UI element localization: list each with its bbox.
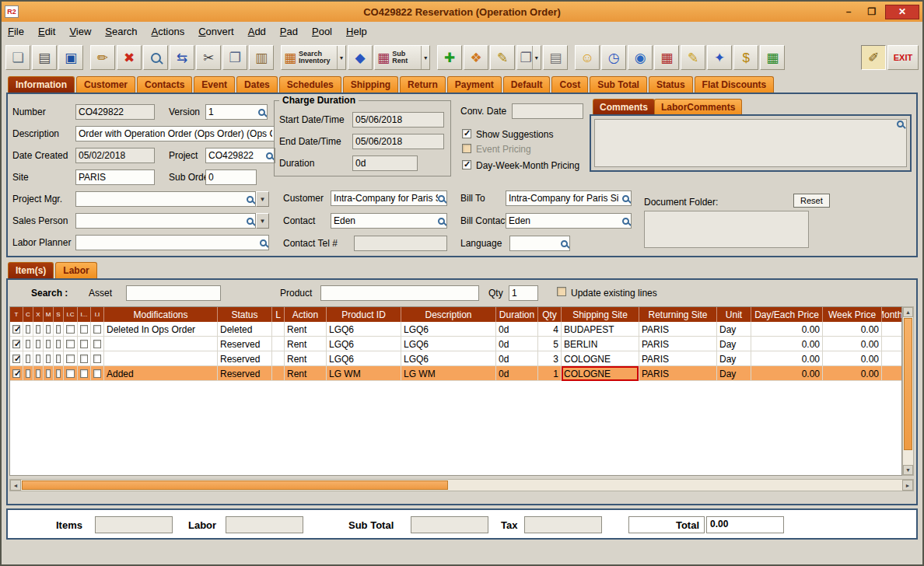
row-checkbox[interactable] xyxy=(46,325,51,334)
check-cell[interactable] xyxy=(91,366,104,381)
save-button[interactable]: ▣ xyxy=(58,45,83,70)
scroll-right-icon[interactable]: ► xyxy=(902,480,913,491)
paste-button[interactable]: ▥ xyxy=(249,45,274,70)
table-row-3[interactable]: ReservedRentLGQ6LGQ60d3COLOGNEPARISDay0.… xyxy=(10,351,901,366)
menu-file[interactable]: File xyxy=(8,26,24,37)
product-input[interactable] xyxy=(320,285,479,301)
memo-button[interactable]: ✎ xyxy=(490,45,515,70)
cell-week-price[interactable]: 0.00 xyxy=(823,366,882,381)
menu-actions[interactable]: Actions xyxy=(152,26,185,37)
check-cell[interactable] xyxy=(23,351,33,366)
col-header-description[interactable]: Description xyxy=(401,307,496,322)
col-header-week-price[interactable]: Week Price xyxy=(823,307,882,322)
horizontal-scrollbar[interactable]: ◄ ► xyxy=(9,479,914,491)
tab-labor-comments[interactable]: LaborComments xyxy=(654,99,742,114)
contact-search-icon[interactable] xyxy=(438,218,445,225)
comments-textarea[interactable] xyxy=(594,119,907,167)
col-header-action[interactable]: Action xyxy=(285,307,327,322)
reset-button[interactable]: Reset xyxy=(793,194,830,208)
row-checkbox[interactable] xyxy=(12,340,20,348)
cell-month-i[interactable] xyxy=(882,322,902,337)
cell-modifications[interactable]: Deleted In Ops Order xyxy=(104,322,218,337)
check-cell[interactable] xyxy=(64,337,78,351)
cell-returning-site[interactable]: PARIS xyxy=(639,337,717,351)
cell-action[interactable]: Rent xyxy=(285,366,327,381)
cell-shipping-site[interactable]: COLOGNE xyxy=(562,366,639,381)
col-header-returning-site[interactable]: Returning Site xyxy=(639,307,717,322)
cell-description[interactable]: LGQ6 xyxy=(401,337,496,351)
menu-search[interactable]: Search xyxy=(105,26,137,37)
number-field[interactable]: CO429822 xyxy=(75,104,155,120)
cell-qty[interactable]: 3 xyxy=(538,351,562,366)
check-cell[interactable] xyxy=(10,351,23,366)
col-header-i[interactable]: I... xyxy=(78,307,91,322)
vertical-scroll-thumb[interactable] xyxy=(904,318,912,450)
cell-action[interactable]: Rent xyxy=(285,322,327,337)
cell-day-each-price[interactable]: 0.00 xyxy=(751,337,823,351)
row-checkbox[interactable] xyxy=(56,340,61,348)
check-cell[interactable] xyxy=(64,322,78,337)
copy-button[interactable]: ❐ xyxy=(222,45,247,70)
col-header-month-i[interactable]: Month I xyxy=(882,307,902,322)
project-mgr-field[interactable] xyxy=(75,191,256,207)
row-checkbox[interactable] xyxy=(56,355,61,363)
row-checkbox[interactable] xyxy=(46,340,51,348)
print-button[interactable]: ▤ xyxy=(32,45,57,70)
check-cell[interactable] xyxy=(64,351,78,366)
bill-to-search-icon[interactable] xyxy=(622,195,629,202)
version-search-icon[interactable] xyxy=(258,109,265,116)
tab-customer[interactable]: Customer xyxy=(76,76,135,93)
labor-planner-field[interactable] xyxy=(75,235,269,250)
cell-qty[interactable]: 5 xyxy=(538,337,562,351)
bill-contact-search-icon[interactable] xyxy=(622,218,629,225)
inventory-button[interactable]: ▦ xyxy=(760,45,785,70)
check-cell[interactable] xyxy=(91,337,104,351)
cell-qty[interactable]: 4 xyxy=(538,322,562,337)
cell-modifications[interactable]: Added xyxy=(104,366,218,381)
col-header-unit[interactable]: Unit xyxy=(717,307,751,322)
row-checkbox[interactable] xyxy=(56,369,61,378)
check-cell[interactable] xyxy=(78,366,91,381)
check-cell[interactable] xyxy=(33,351,44,366)
vertical-scrollbar[interactable]: ▲ ▼ xyxy=(902,306,914,476)
cell-modifications[interactable] xyxy=(104,337,218,351)
tab-schedules[interactable]: Schedules xyxy=(279,76,341,93)
tab-status[interactable]: Status xyxy=(649,76,693,93)
pour-button[interactable]: ◆ xyxy=(348,45,373,70)
project-mgr-dropdown-button[interactable]: ▼ xyxy=(256,191,269,207)
cell-product-id[interactable]: LGQ6 xyxy=(327,337,401,351)
menu-add[interactable]: Add xyxy=(248,26,266,37)
row-checkbox[interactable] xyxy=(93,325,101,334)
delete-button[interactable]: ✖ xyxy=(117,45,142,70)
row-checkbox[interactable] xyxy=(93,340,101,348)
cell-status[interactable]: Reserved xyxy=(218,351,272,366)
cell-status[interactable]: Reserved xyxy=(218,337,272,351)
row-checkbox[interactable] xyxy=(36,340,40,348)
row-checkbox[interactable] xyxy=(26,355,30,363)
check-cell[interactable] xyxy=(23,337,33,351)
cell-l[interactable] xyxy=(272,366,285,381)
end-datetime-field[interactable]: 05/06/2018 xyxy=(352,134,444,149)
conv-date-field[interactable] xyxy=(512,103,583,119)
dwm-pricing-checkbox[interactable] xyxy=(462,160,471,169)
cell-l[interactable] xyxy=(272,322,285,337)
row-checkbox[interactable] xyxy=(80,355,88,363)
search-inventory-button-dropdown-icon[interactable]: ▾ xyxy=(337,46,343,69)
check-cell[interactable] xyxy=(91,322,104,337)
menu-view[interactable]: View xyxy=(69,26,91,37)
show-suggestions-checkbox[interactable] xyxy=(462,129,471,138)
cell-day-each-price[interactable]: 0.00 xyxy=(751,322,823,337)
language-field[interactable] xyxy=(509,236,570,251)
check-cell[interactable] xyxy=(44,322,54,337)
cell-unit[interactable]: Day xyxy=(717,366,751,381)
row-checkbox[interactable] xyxy=(46,355,51,363)
notes-button[interactable]: ✎ xyxy=(681,45,705,70)
project-search-icon[interactable] xyxy=(266,152,273,159)
menu-pad[interactable]: Pad xyxy=(280,26,298,37)
version-field[interactable]: 1 xyxy=(205,104,268,120)
contact-tel-field[interactable] xyxy=(354,236,447,251)
cell-week-price[interactable]: 0.00 xyxy=(823,351,882,366)
cell-description[interactable]: LGQ6 xyxy=(401,351,496,366)
qty-input[interactable]: 1 xyxy=(509,285,538,301)
wand-button[interactable]: ✐ xyxy=(861,45,886,70)
